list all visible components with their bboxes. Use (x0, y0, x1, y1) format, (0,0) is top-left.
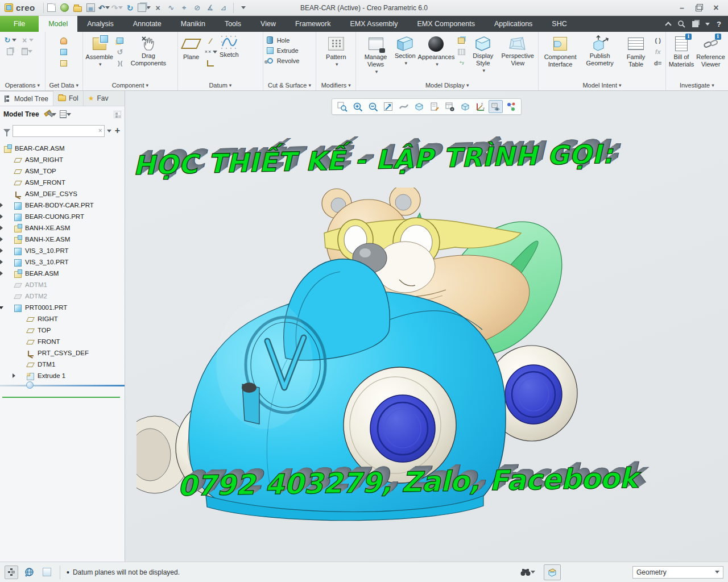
menu-tab[interactable]: Tools (215, 16, 251, 32)
save-button[interactable] (85, 2, 97, 14)
tree-item[interactable]: TOP (0, 325, 125, 336)
revolve-button[interactable]: Revolve (266, 57, 300, 64)
appearances-button[interactable]: Appearances (418, 34, 455, 68)
repaint-button[interactable] (396, 100, 411, 113)
new-file-button[interactable] (46, 2, 57, 14)
pattern-button[interactable]: Pattern (326, 34, 346, 68)
tree-item[interactable]: BEAR.ASM (0, 268, 125, 279)
expand-arrow-icon[interactable] (10, 373, 17, 378)
section-button[interactable]: Section (395, 34, 416, 66)
parameters-button[interactable]: ( ) (653, 36, 663, 45)
regenerate-ribbon-button[interactable] (3, 36, 16, 44)
user-defined-feature-button[interactable] (60, 36, 67, 45)
group-label-operations[interactable]: Operations (0, 80, 45, 90)
add-filter-button[interactable] (114, 126, 121, 135)
tree-item[interactable]: BEAR-CAR.ASM (0, 143, 125, 154)
undo-button[interactable]: ↶ (98, 2, 110, 14)
tree-item[interactable]: FRONT (0, 336, 125, 347)
menu-tab[interactable]: View (251, 16, 286, 32)
group-label-component[interactable]: Component (83, 80, 178, 90)
datum-csys-button[interactable] (207, 59, 214, 68)
tree-show-button[interactable] (60, 109, 71, 120)
create-component-button[interactable] (117, 36, 123, 45)
copy-button[interactable] (3, 47, 16, 56)
menu-tab[interactable]: Applications (485, 16, 542, 32)
dropdown-arrow-icon[interactable] (531, 571, 535, 573)
dropdown-arrow-icon[interactable] (146, 6, 151, 9)
expand-arrow-icon[interactable] (0, 260, 5, 264)
tab-model-tree[interactable]: Model Tree (0, 91, 53, 106)
annotation-display-button[interactable] (489, 100, 503, 113)
regenerate-button[interactable]: ↻ (125, 2, 136, 14)
close-button[interactable] (712, 4, 720, 12)
insert-here-indicator[interactable] (0, 385, 125, 386)
tree-item[interactable]: BANH-XE.ASM (0, 222, 125, 234)
expand-arrow-icon[interactable] (0, 271, 5, 276)
tab-folder-browser[interactable]: Fol (53, 91, 84, 106)
tree-item[interactable]: VIS_3_10.PRT (0, 256, 125, 268)
tree-tools-button[interactable] (44, 109, 56, 120)
windows-button[interactable] (138, 2, 151, 14)
scenes-button[interactable] (458, 36, 465, 45)
datum-display-filters-button[interactable]: xy (473, 100, 487, 113)
expand-arrow-icon[interactable] (0, 203, 5, 207)
bill-of-materials-button[interactable]: Bill of Materials (669, 34, 694, 68)
hole-button[interactable]: Hole (266, 36, 300, 44)
default-orientation-button[interactable] (59, 2, 71, 14)
help-icon[interactable] (717, 20, 721, 28)
tree-item[interactable]: ASM_RIGHT (0, 154, 125, 165)
insert-here-knob[interactable] (26, 381, 34, 389)
expand-arrow-icon[interactable] (0, 248, 5, 253)
drag-components-button[interactable]: Drag Components (127, 34, 170, 67)
datum-point-button[interactable] (204, 48, 217, 56)
datum-axis-button[interactable] (206, 36, 215, 45)
toggle-navigator-button[interactable] (5, 566, 18, 579)
publish-geometry-button[interactable]: Publish Geometry (581, 34, 619, 67)
display-settings-button[interactable] (458, 48, 465, 56)
restore-button[interactable] (695, 4, 703, 12)
dropdown-arrow-icon[interactable] (705, 23, 710, 26)
tree-item[interactable]: DTM1 (0, 359, 125, 370)
minimize-button[interactable] (678, 4, 686, 12)
close-window-button[interactable]: × (152, 2, 164, 14)
tree-item[interactable]: Extrude 1 (0, 370, 125, 381)
expand-arrow-icon[interactable] (0, 214, 5, 219)
paste-button[interactable] (20, 47, 34, 56)
view-manager-button[interactable] (442, 100, 457, 113)
component-colors-button[interactable] (504, 100, 518, 113)
expand-arrow-icon[interactable] (0, 306, 5, 309)
graphics-area[interactable]: xy HỌC THIẾT KẾ - LẬP TRÌNH GỌI: (125, 91, 728, 562)
display-style-button[interactable]: Display Style (468, 34, 498, 74)
tree-item[interactable]: ASM_FRONT (0, 177, 125, 188)
switch-symbols-button[interactable]: fx (653, 48, 663, 56)
mirror-component-button[interactable] (115, 59, 125, 68)
relations-button[interactable]: d= (653, 59, 663, 68)
zoom-in-button[interactable] (350, 100, 365, 113)
manage-views-button[interactable]: Manage Views (359, 34, 392, 75)
customize-qat-button[interactable] (238, 2, 249, 14)
group-label-get-data[interactable]: Get Data (46, 80, 82, 90)
tree-item[interactable]: BANH-XE.ASM (0, 234, 125, 245)
minimize-ribbon-icon[interactable] (665, 22, 671, 28)
plane-button[interactable]: Plane (181, 34, 201, 61)
tree-item[interactable]: RIGHT (0, 313, 125, 325)
spin-center-button[interactable] (457, 59, 466, 68)
reference-viewer-button[interactable]: Reference Viewer (696, 34, 725, 68)
zoom-out-button[interactable] (366, 100, 380, 113)
web-browser-button[interactable] (22, 566, 36, 579)
filter-funnel-icon[interactable] (3, 129, 10, 133)
menu-tab[interactable]: Model (39, 16, 77, 32)
measure-diameter-button[interactable]: ⊘ (192, 2, 203, 14)
ribbon-options-icon[interactable] (692, 21, 698, 27)
assemble-button[interactable]: Assemble (86, 34, 113, 68)
redo-button[interactable]: ↷ (111, 2, 123, 14)
group-label-model-display[interactable]: Model Display (356, 80, 538, 90)
find-button[interactable] (516, 566, 539, 579)
refit-button[interactable] (381, 100, 395, 113)
shrinkwrap-button[interactable] (60, 59, 67, 68)
saved-orientations-button[interactable] (412, 100, 426, 113)
tree-item[interactable]: VIS_3_10.PRT (0, 245, 125, 256)
menu-tab[interactable]: Manikin (171, 16, 215, 32)
menu-tab[interactable]: Framework (286, 16, 341, 32)
measure-profile-button[interactable]: ⊿ (218, 2, 229, 14)
